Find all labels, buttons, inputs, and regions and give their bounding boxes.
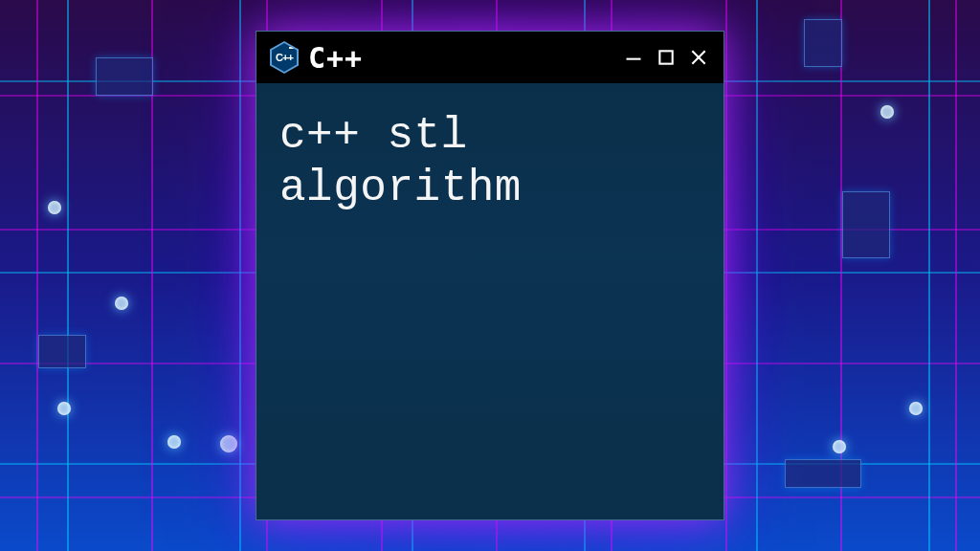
minimize-icon — [624, 48, 643, 67]
window-controls — [622, 46, 710, 69]
terminal-body[interactable]: c++ stl algorithm — [256, 83, 724, 519]
close-icon — [689, 48, 708, 67]
terminal-window: C++ C++ c++ stl algorithm — [256, 31, 724, 520]
svg-rect-1 — [659, 51, 672, 63]
maximize-icon — [657, 48, 676, 67]
titlebar[interactable]: C++ C++ — [256, 32, 724, 83]
cpp-icon: C++ — [270, 41, 299, 74]
window-title: C++ — [308, 41, 612, 75]
maximize-button[interactable] — [655, 46, 678, 69]
terminal-text: c++ stl algorithm — [279, 110, 701, 215]
minimize-button[interactable] — [622, 46, 645, 69]
close-button[interactable] — [687, 46, 710, 69]
